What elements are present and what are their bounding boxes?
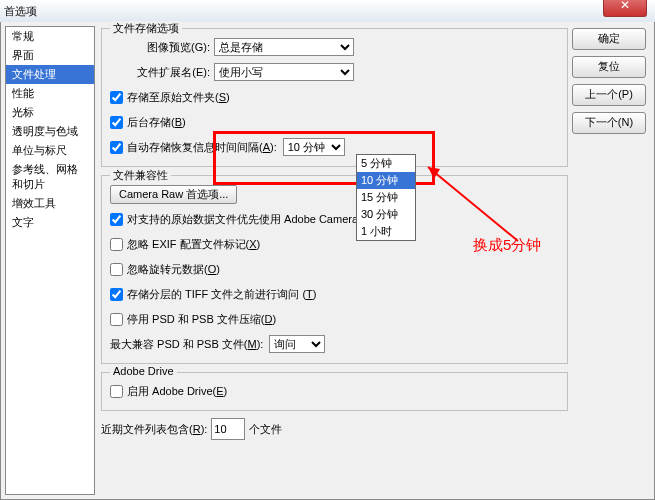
dropdown-option[interactable]: 30 分钟: [357, 206, 415, 223]
category-sidebar: 常规 界面 文件处理 性能 光标 透明度与色域 单位与标尺 参考线、网格和切片 …: [5, 26, 95, 495]
recent-files-unit: 个文件: [249, 422, 282, 437]
camera-raw-button[interactable]: Camera Raw 首选项...: [110, 185, 237, 204]
background-save-checkbox[interactable]: 后台存储(B): [110, 115, 186, 130]
annotation-text: 换成5分钟: [473, 236, 541, 255]
cancel-button[interactable]: 复位: [572, 56, 646, 78]
dropdown-option[interactable]: 5 分钟: [357, 155, 415, 172]
file-ext-select[interactable]: 使用小写: [214, 63, 354, 81]
close-button[interactable]: ✕: [603, 0, 647, 17]
sidebar-item[interactable]: 增效工具: [6, 194, 94, 213]
adobe-drive-group: Adobe Drive 启用 Adobe Drive(E): [101, 372, 568, 411]
ignore-exif-checkbox[interactable]: 忽略 EXIF 配置文件标记(X): [110, 237, 260, 252]
auto-recovery-interval-select[interactable]: 10 分钟: [283, 138, 345, 156]
save-original-checkbox[interactable]: 存储至原始文件夹(S): [110, 90, 230, 105]
image-preview-select[interactable]: 总是存储: [214, 38, 354, 56]
sidebar-item[interactable]: 文字: [6, 213, 94, 232]
file-compat-group: 文件兼容性 Camera Raw 首选项... 对支持的原始数据文件优先使用 A…: [101, 175, 568, 364]
sidebar-item[interactable]: 光标: [6, 103, 94, 122]
sidebar-item[interactable]: 单位与标尺: [6, 141, 94, 160]
next-button[interactable]: 下一个(N): [572, 112, 646, 134]
dropdown-option[interactable]: 15 分钟: [357, 189, 415, 206]
dropdown-option[interactable]: 1 小时: [357, 223, 415, 240]
sidebar-item[interactable]: 透明度与色域: [6, 122, 94, 141]
group-legend: 文件存储选项: [110, 21, 182, 36]
ok-button[interactable]: 确定: [572, 28, 646, 50]
enable-drive-checkbox[interactable]: 启用 Adobe Drive(E): [110, 384, 227, 399]
disable-psd-comp-checkbox[interactable]: 停用 PSD 和 PSB 文件压缩(D): [110, 312, 276, 327]
window-title: 首选项: [4, 4, 37, 19]
sidebar-item[interactable]: 界面: [6, 46, 94, 65]
interval-dropdown-open[interactable]: 5 分钟 10 分钟 15 分钟 30 分钟 1 小时: [356, 154, 416, 241]
recent-files-label: 近期文件列表包含(R):: [101, 422, 207, 437]
file-save-options-group: 文件存储选项 图像预览(G): 总是存储 文件扩展名(E): 使用小写 存储至原…: [101, 28, 568, 167]
file-ext-label: 文件扩展名(E):: [110, 65, 210, 80]
prev-button[interactable]: 上一个(P): [572, 84, 646, 106]
max-compat-label: 最大兼容 PSD 和 PSB 文件(M):: [110, 337, 263, 352]
sidebar-item[interactable]: 性能: [6, 84, 94, 103]
image-preview-label: 图像预览(G):: [110, 40, 210, 55]
ignore-rotation-checkbox[interactable]: 忽略旋转元数据(O): [110, 262, 220, 277]
max-compat-select[interactable]: 询问: [269, 335, 325, 353]
ask-tiff-checkbox[interactable]: 存储分层的 TIFF 文件之前进行询问 (T): [110, 287, 316, 302]
dropdown-option-selected[interactable]: 10 分钟: [357, 172, 415, 189]
recent-files-input[interactable]: [211, 418, 245, 440]
sidebar-item[interactable]: 常规: [6, 27, 94, 46]
sidebar-item[interactable]: 参考线、网格和切片: [6, 160, 94, 194]
sidebar-item-selected[interactable]: 文件处理: [6, 65, 94, 84]
title-bar: 首选项 ✕: [0, 0, 655, 23]
group-legend: 文件兼容性: [110, 168, 171, 183]
group-legend: Adobe Drive: [110, 365, 177, 377]
auto-recovery-checkbox[interactable]: 自动存储恢复信息时间间隔(A):: [110, 140, 277, 155]
